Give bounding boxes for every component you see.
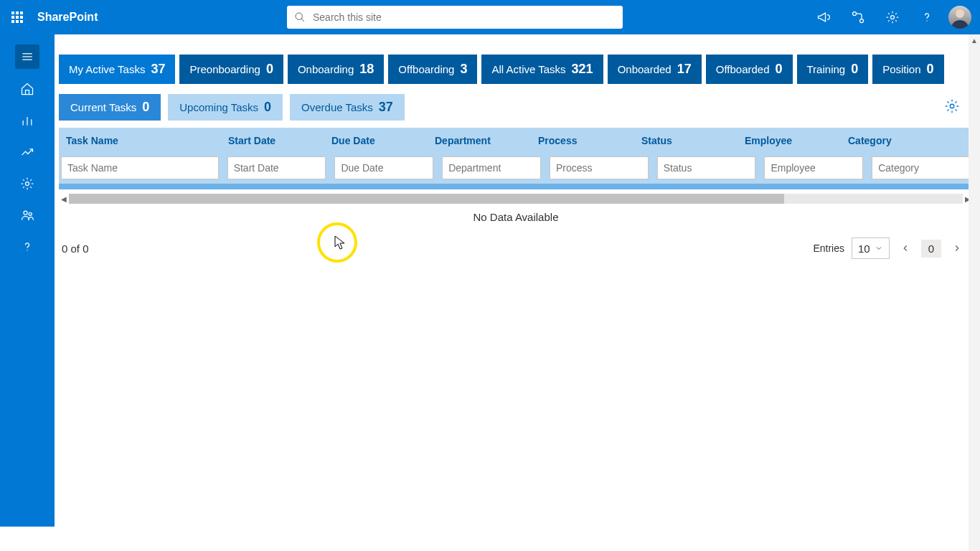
- browser-scrollbar[interactable]: ▲: [969, 34, 980, 551]
- secondary-tabs: Current Tasks0 Upcoming Tasks0 Overdue T…: [59, 94, 973, 121]
- flow-icon[interactable]: [841, 0, 875, 34]
- svg-point-23: [24, 211, 27, 215]
- svg-line-10: [301, 19, 304, 22]
- svg-rect-2: [20, 11, 23, 14]
- tab-onboarded[interactable]: Onboarded17: [608, 55, 702, 84]
- svg-point-24: [29, 212, 32, 215]
- search-input[interactable]: [313, 11, 616, 23]
- svg-rect-6: [11, 20, 14, 23]
- tab-position[interactable]: Position0: [872, 55, 943, 84]
- scroll-left-icon[interactable]: ◀: [59, 195, 69, 203]
- scroll-up-icon[interactable]: ▲: [969, 34, 980, 46]
- subtab-overdue-tasks[interactable]: Overdue Tasks37: [290, 94, 405, 121]
- no-data-message: No Data Available: [59, 205, 973, 235]
- col-header-process[interactable]: Process: [531, 135, 634, 146]
- svg-rect-3: [11, 16, 14, 19]
- filter-category[interactable]: [872, 156, 971, 179]
- help-icon[interactable]: [910, 0, 944, 34]
- svg-rect-0: [11, 11, 14, 14]
- svg-point-14: [926, 20, 927, 21]
- brand-name[interactable]: SharePoint: [34, 11, 98, 24]
- svg-point-25: [27, 250, 27, 250]
- filter-task-name[interactable]: [61, 156, 219, 179]
- app-launcher-icon[interactable]: [0, 0, 34, 34]
- horizontal-scrollbar[interactable]: ◀ ▶: [59, 192, 973, 205]
- current-page: 0: [921, 240, 941, 258]
- svg-rect-8: [20, 20, 23, 23]
- svg-rect-1: [16, 11, 19, 14]
- hamburger-icon[interactable]: [15, 44, 39, 69]
- nav-help-icon[interactable]: [13, 232, 42, 261]
- megaphone-icon[interactable]: [806, 0, 841, 34]
- settings-icon[interactable]: [875, 0, 910, 34]
- subtab-current-tasks[interactable]: Current Tasks0: [59, 94, 161, 121]
- user-avatar[interactable]: [948, 6, 971, 29]
- col-header-due-date[interactable]: Due Date: [324, 135, 428, 146]
- search-box[interactable]: [287, 6, 623, 29]
- filter-start-date[interactable]: [227, 156, 326, 179]
- entries-select[interactable]: 10: [852, 237, 890, 259]
- col-header-status[interactable]: Status: [634, 135, 738, 146]
- left-nav-rail: [0, 34, 55, 527]
- chevron-down-icon: [875, 244, 883, 253]
- entries-value: 10: [858, 242, 870, 255]
- svg-point-13: [891, 16, 895, 19]
- nav-home-icon[interactable]: [13, 75, 42, 103]
- tab-offboarding[interactable]: Offboarding3: [388, 55, 477, 84]
- filter-due-date[interactable]: [334, 156, 433, 179]
- tab-training[interactable]: Training0: [797, 55, 869, 84]
- search-container: [287, 6, 623, 29]
- svg-rect-7: [16, 20, 19, 23]
- scroll-thumb[interactable]: [69, 194, 784, 204]
- table-filter-row: [59, 154, 973, 184]
- filter-employee[interactable]: [764, 156, 863, 179]
- nav-people-icon[interactable]: [13, 201, 42, 230]
- svg-point-26: [950, 104, 954, 108]
- suite-bar: SharePoint: [0, 0, 980, 34]
- prev-page-button[interactable]: [897, 240, 914, 257]
- grid-settings-icon[interactable]: [944, 98, 960, 116]
- entries-label: Entries: [813, 242, 844, 254]
- svg-point-12: [860, 19, 864, 23]
- task-table: Task Name Start Date Due Date Department…: [59, 128, 973, 235]
- filter-status[interactable]: [657, 156, 756, 179]
- nav-analytics-icon[interactable]: [13, 106, 42, 135]
- nav-settings-icon[interactable]: [13, 169, 42, 198]
- filter-process[interactable]: [550, 156, 649, 179]
- table-header-row: Task Name Start Date Due Date Department…: [59, 128, 973, 154]
- primary-tabs: My Active Tasks37 Preonboarding0 Onboard…: [59, 55, 973, 84]
- svg-point-11: [853, 12, 857, 16]
- col-header-category[interactable]: Category: [841, 135, 944, 146]
- tab-my-active-tasks[interactable]: My Active Tasks37: [59, 55, 175, 84]
- nav-trend-icon[interactable]: [13, 138, 42, 166]
- subtab-upcoming-tasks[interactable]: Upcoming Tasks0: [168, 94, 283, 121]
- search-icon: [294, 11, 306, 23]
- tab-offboarded[interactable]: Offboarded0: [706, 55, 793, 84]
- tab-preonboarding[interactable]: Preonboarding0: [179, 55, 283, 84]
- col-header-department[interactable]: Department: [428, 135, 531, 146]
- suite-right: [806, 0, 980, 34]
- tab-onboarding[interactable]: Onboarding18: [288, 55, 384, 84]
- svg-point-22: [26, 182, 29, 186]
- next-page-button[interactable]: [948, 240, 966, 257]
- table-footer: 0 of 0 Entries 10 0: [59, 235, 973, 259]
- svg-point-15: [956, 9, 964, 18]
- svg-rect-5: [20, 16, 23, 19]
- col-header-start-date[interactable]: Start Date: [221, 135, 324, 146]
- scroll-track[interactable]: [69, 194, 963, 204]
- tab-all-active-tasks[interactable]: All Active Tasks321: [481, 55, 603, 84]
- filter-department[interactable]: [442, 156, 541, 179]
- main-content: My Active Tasks37 Preonboarding0 Onboard…: [55, 34, 980, 551]
- table-band: [59, 184, 973, 189]
- col-header-employee[interactable]: Employee: [738, 135, 841, 146]
- record-range: 0 of 0: [62, 242, 89, 255]
- svg-point-9: [296, 13, 302, 19]
- col-header-task-name[interactable]: Task Name: [59, 135, 221, 146]
- svg-rect-4: [16, 16, 19, 19]
